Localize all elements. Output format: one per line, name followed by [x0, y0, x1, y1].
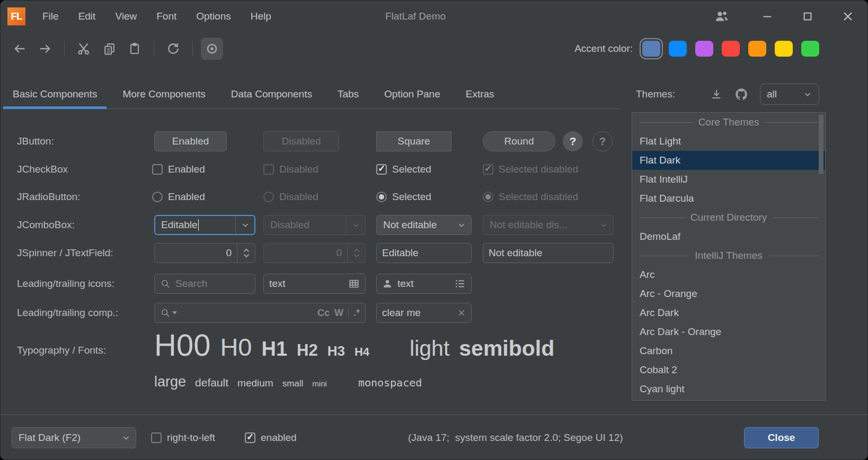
checkbox-box[interactable] — [151, 432, 162, 443]
theme-item-arc-dark[interactable]: Arc Dark — [632, 303, 825, 322]
accent-swatch-red[interactable] — [722, 41, 740, 57]
menu-font[interactable]: Font — [156, 11, 176, 22]
accent-swatch-orange[interactable] — [748, 41, 766, 57]
show-hidden-toggle-button[interactable] — [201, 38, 223, 60]
tab-tabs[interactable]: Tabs — [336, 79, 360, 109]
round-button[interactable]: Round — [483, 131, 555, 151]
themes-filter-combobox[interactable]: all — [760, 84, 819, 105]
text-input[interactable] — [397, 278, 449, 290]
github-button[interactable] — [734, 87, 748, 101]
radio-enabled[interactable]: Enabled — [152, 191, 205, 203]
search-field[interactable] — [154, 274, 255, 294]
paste-button[interactable] — [123, 38, 146, 60]
accent-swatch-yellow[interactable] — [775, 41, 793, 57]
theme-item-carbon[interactable]: Carbon — [632, 341, 825, 360]
search-field-with-options[interactable]: Cc W .* — [154, 303, 366, 323]
checkbox-label: Enabled — [168, 164, 205, 175]
checkbox-enabled[interactable]: Enabled — [152, 164, 205, 175]
minimize-button[interactable] — [747, 0, 787, 33]
laf-combobox[interactable]: Flat Dark (F2) — [12, 427, 136, 448]
tab-basic-components[interactable]: Basic Components — [12, 79, 98, 109]
radio-circle-selected[interactable] — [376, 192, 387, 202]
close-window-button[interactable] — [828, 0, 868, 33]
checkbox-box-checked[interactable] — [245, 432, 255, 443]
spinner-value[interactable]: 0 — [155, 247, 237, 259]
theme-item-cyan-light[interactable]: Cyan light — [632, 380, 825, 399]
textfield-editable[interactable]: Editable — [376, 243, 472, 263]
themes-list-scrollbar-thumb[interactable] — [819, 115, 823, 174]
search-input[interactable] — [182, 307, 313, 319]
theme-item-flat-darcula[interactable]: Flat Darcula — [632, 189, 825, 208]
menu-edit[interactable]: Edit — [78, 11, 96, 22]
theme-item-arc-dark-orange[interactable]: Arc Dark - Orange — [632, 322, 825, 341]
tab-extras[interactable]: Extras — [465, 79, 495, 109]
back-button[interactable] — [8, 38, 31, 60]
radio-label: Selected disabled — [499, 191, 578, 203]
clear-icon[interactable] — [457, 309, 466, 317]
typography-headings: H00 H0 H1 H2 H3 H4 light semibold — [154, 327, 554, 363]
help-button-outlined[interactable]: ? — [592, 131, 613, 151]
theme-item-arc[interactable]: Arc — [632, 265, 825, 284]
theme-item-dark-flat[interactable]: Dark Flat — [632, 399, 825, 401]
right-to-left-checkbox[interactable]: right-to-left — [151, 432, 215, 444]
square-button[interactable]: Square — [376, 131, 451, 151]
user-icon — [382, 278, 393, 289]
menu-help[interactable]: Help — [251, 11, 271, 22]
clearable-field[interactable] — [376, 303, 472, 323]
radio-circle[interactable] — [152, 192, 163, 202]
clearable-input[interactable] — [382, 307, 453, 319]
checkbox-box-checked[interactable] — [376, 164, 387, 175]
spinner-arrows[interactable] — [237, 243, 255, 263]
spinner-enabled[interactable]: 0 — [154, 243, 255, 263]
accent-swatch-default[interactable] — [642, 41, 660, 57]
chevron-down-icon[interactable] — [235, 216, 254, 234]
tab-more-components[interactable]: More Components — [121, 79, 206, 109]
cut-button[interactable] — [73, 38, 95, 60]
copy-button[interactable] — [98, 38, 120, 60]
menu-file[interactable]: File — [42, 11, 59, 22]
checkbox-box[interactable] — [152, 164, 163, 175]
list-icon[interactable] — [454, 278, 466, 290]
theme-item-flat-intellij[interactable]: Flat IntelliJ — [632, 170, 825, 189]
help-button-filled[interactable]: ? — [563, 131, 583, 151]
checkbox-selected[interactable]: Selected — [376, 164, 431, 175]
menu-options[interactable]: Options — [196, 11, 231, 22]
jcombobox-row-label: JComboBox: — [17, 219, 75, 231]
enabled-button[interactable]: Enabled — [154, 131, 227, 151]
text-field-with-table-icon[interactable] — [263, 274, 366, 294]
accent-swatch-blue[interactable] — [669, 41, 687, 57]
maximize-button[interactable] — [787, 0, 828, 33]
combobox-not-editable[interactable]: Not editable — [376, 215, 472, 235]
text-input[interactable] — [269, 278, 343, 290]
search-icon — [160, 278, 171, 289]
combobox-editable[interactable]: Editable — [154, 215, 255, 235]
close-button[interactable]: Close — [744, 427, 819, 448]
theme-item-cobalt-2[interactable]: Cobalt 2 — [632, 360, 825, 380]
theme-item-flat-light[interactable]: Flat Light — [632, 132, 825, 151]
radio-selected[interactable]: Selected — [376, 191, 431, 203]
regex-button[interactable]: .* — [353, 308, 360, 319]
chevron-down-icon — [452, 215, 471, 234]
theme-item-flat-dark[interactable]: Flat Dark — [632, 151, 825, 170]
download-theme-button[interactable] — [710, 88, 723, 101]
enabled-checkbox[interactable]: enabled — [245, 432, 297, 444]
accent-color-label: Accent color: — [574, 43, 633, 55]
light-font-sample: light — [410, 336, 449, 361]
tab-option-pane[interactable]: Option Pane — [383, 79, 441, 109]
accent-swatch-green[interactable] — [801, 41, 819, 57]
search-with-menu-icon[interactable] — [160, 308, 177, 318]
table-icon[interactable] — [348, 278, 360, 290]
tab-data-components[interactable]: Data Components — [230, 79, 313, 109]
accent-swatch-purple[interactable] — [695, 41, 713, 57]
refresh-button[interactable] — [162, 38, 184, 60]
theme-item-demolaf[interactable]: DemoLaf — [632, 227, 825, 246]
forward-button[interactable] — [34, 38, 56, 60]
search-input[interactable] — [175, 278, 250, 290]
chevron-up-icon — [243, 248, 250, 252]
theme-item-arc-orange[interactable]: Arc - Orange — [632, 284, 825, 303]
whole-words-button[interactable]: W — [334, 308, 343, 319]
menu-view[interactable]: View — [115, 11, 137, 22]
text-field-with-user-and-list-icons[interactable] — [376, 274, 472, 294]
match-case-button[interactable]: Cc — [317, 308, 330, 319]
users-icon[interactable] — [706, 0, 738, 33]
